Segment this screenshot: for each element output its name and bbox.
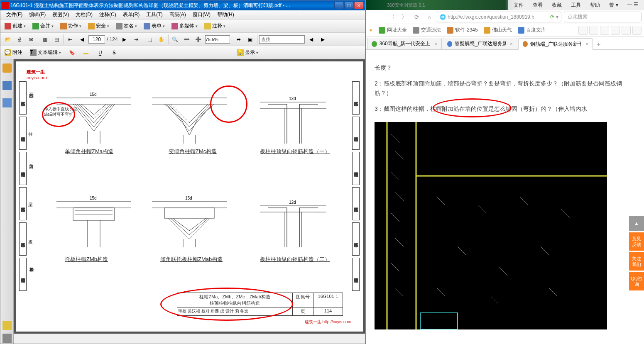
url-input[interactable]: 🌐 http://e.fwxgx.com/question_1880919.h … xyxy=(437,12,561,22)
ext-icon-5[interactable] xyxy=(622,26,631,35)
zoom-marquee-icon[interactable]: 🔍 xyxy=(170,34,180,44)
search-input[interactable] xyxy=(259,35,305,44)
ext-icon-3[interactable] xyxy=(600,26,609,35)
tab-0[interactable]: 360导航_新一代安全上网× xyxy=(367,38,442,49)
fav-item-3[interactable]: 佛山天气 xyxy=(484,27,512,34)
pages-icon[interactable] xyxy=(2,98,12,107)
fav-item-2[interactable]: 软件-2345 xyxy=(447,27,478,34)
menu-edit[interactable]: 编辑(E) xyxy=(26,10,49,19)
attach-note-button[interactable]: 💬附注 xyxy=(3,48,24,57)
ext-icon-2[interactable] xyxy=(589,26,598,35)
tab-close-0[interactable]: × xyxy=(434,41,437,47)
ext-icon-1[interactable] xyxy=(578,26,588,35)
ext-icon-4[interactable] xyxy=(611,26,620,35)
back-icon[interactable]: 〈 xyxy=(387,12,397,22)
form-button[interactable]: 表单▾ xyxy=(142,22,167,30)
search-next-icon[interactable]: ▶ xyxy=(318,34,328,44)
sign-button[interactable]: 签名▾ xyxy=(114,22,139,30)
br-settings-icon[interactable]: 曾 ▾ xyxy=(605,1,622,10)
search-prev-icon[interactable]: ◀ xyxy=(306,34,316,44)
menu-document[interactable]: 文档(D) xyxy=(72,10,96,19)
last-page-icon[interactable]: ⇥ xyxy=(131,34,141,44)
dropdown-icon[interactable]: ▾ xyxy=(556,14,558,20)
menu-tools[interactable]: 工具(T) xyxy=(143,10,166,19)
br-menu-fav[interactable]: 收藏 xyxy=(548,1,566,10)
merge-label: 合并 xyxy=(40,22,50,29)
tab-2[interactable]: 钢筋端_广联达服务新干线× xyxy=(518,38,593,50)
comment-button[interactable]: 注释▾ xyxy=(203,22,227,30)
fit-width-icon[interactable]: ⬌ xyxy=(234,34,244,44)
close-button[interactable]: ✕ xyxy=(354,2,363,9)
open-icon[interactable]: 📂 xyxy=(3,34,13,44)
svg-text:15d: 15d xyxy=(90,196,97,200)
tab-close-1[interactable]: × xyxy=(510,41,513,47)
home-icon[interactable]: ⌂ xyxy=(424,12,434,22)
hand-icon[interactable]: ✋ xyxy=(157,34,167,44)
fav-star-icon[interactable]: ✦ xyxy=(369,27,373,33)
fit-page-icon[interactable]: ▣ xyxy=(245,34,255,44)
fav-item-1[interactable]: 交通违法 xyxy=(413,27,441,34)
menu-file[interactable]: 文件(F) xyxy=(3,10,26,19)
reload-icon[interactable]: ⟳ xyxy=(412,12,422,22)
zoom-in-icon[interactable]: ➕ xyxy=(193,34,203,44)
tab-add-button[interactable]: + xyxy=(594,39,604,49)
highlight-icon[interactable]: ▬ xyxy=(81,48,91,58)
comment-panel-icon[interactable] xyxy=(2,321,12,330)
text-edit-button[interactable]: T文本编辑▾ xyxy=(28,48,63,57)
refresh-inline-icon[interactable]: ⟳ xyxy=(550,14,554,20)
fav-item-0[interactable]: 网址大全 xyxy=(379,27,407,34)
security-button[interactable]: 安全▾ xyxy=(86,22,111,30)
scroll-top-button[interactable]: ▲ xyxy=(629,216,644,231)
br-menu-file[interactable]: 文件 xyxy=(509,1,528,10)
tab-close-2[interactable]: × xyxy=(585,41,588,47)
menu-window[interactable]: 窗口(W) xyxy=(189,10,214,19)
maximize-button[interactable]: ☐ xyxy=(344,2,353,9)
zoom-out-icon[interactable]: ➖ xyxy=(182,34,192,44)
br-menu-view[interactable]: 查看 xyxy=(529,1,547,10)
merge-button[interactable]: 合并▾ xyxy=(31,22,55,30)
page-thumb-icon[interactable]: ▥ xyxy=(40,34,50,44)
bookmark-icon[interactable] xyxy=(2,81,12,90)
next-page-icon[interactable]: ▶ xyxy=(120,34,130,44)
br-menu-tools[interactable]: 工具 xyxy=(567,1,585,10)
menu-view[interactable]: 视图(V) xyxy=(49,10,72,19)
menu-form[interactable]: 表单(R) xyxy=(120,10,143,19)
stamp-icon[interactable]: 🔖 xyxy=(67,48,77,58)
ext-icon-6[interactable] xyxy=(632,26,642,35)
prev-page-icon[interactable]: ◀ xyxy=(77,34,87,44)
qq-button[interactable]: QQ咨询 xyxy=(629,272,644,290)
diagram-col2: 12d xyxy=(256,185,331,247)
media-button[interactable]: 多媒体▾ xyxy=(170,22,199,30)
fav-label-2: 软件-2345 xyxy=(455,27,478,34)
page-icon[interactable]: ▤ xyxy=(51,34,61,44)
attachment-panel-icon[interactable] xyxy=(2,334,12,343)
first-page-icon[interactable]: ⇤ xyxy=(65,34,75,44)
select-icon[interactable]: ⬚ xyxy=(145,34,155,44)
browser-menus: 文件 查看 收藏 工具 帮助 曾 ▾ — ☰ xyxy=(508,0,644,10)
br-menu-help[interactable]: 帮助 xyxy=(586,1,604,10)
br-hamburger-icon[interactable]: — ☰ xyxy=(623,1,642,10)
collab-button[interactable]: 协作▾ xyxy=(59,22,83,30)
show-button[interactable]: 💡显示▾ xyxy=(235,48,260,57)
page-number-input[interactable] xyxy=(88,35,105,44)
create-button[interactable]: 创建▾ xyxy=(3,22,27,30)
menu-advanced[interactable]: 高级(A) xyxy=(166,10,189,19)
strikeout-icon[interactable]: S̶ xyxy=(109,48,119,58)
forward-icon[interactable]: 〉 xyxy=(399,12,409,22)
underline-icon[interactable]: U̲ xyxy=(95,48,105,58)
search-input[interactable]: 点此搜索 xyxy=(564,12,642,22)
browser-window: 360安全浏览器 9.1 文件 查看 收藏 工具 帮助 曾 ▾ — ☰ e 〈 … xyxy=(365,0,644,344)
tab-1[interactable]: 答疑解惑_广联达服务新干× xyxy=(443,38,517,49)
fav-item-4[interactable]: 百度文库 xyxy=(518,27,546,34)
menu-comment[interactable]: 注释(C) xyxy=(96,10,120,19)
menu-help[interactable]: 帮助(H) xyxy=(214,10,238,19)
pdf-content[interactable]: 建筑一生 coyis.com 标准构造详图 标准构造详图 标准构造详图 标准构造… xyxy=(14,59,365,334)
minimize-button[interactable]: — xyxy=(334,2,343,9)
lock-icon[interactable] xyxy=(2,63,12,73)
follow-button[interactable]: 关注我们 xyxy=(629,252,644,271)
feedback-button[interactable]: 意见反馈 xyxy=(629,232,644,251)
zoom-select[interactable] xyxy=(205,35,230,44)
print-icon[interactable]: 🖨 xyxy=(15,34,24,44)
tb-setnum: 16G101-1 xyxy=(313,293,343,307)
email-icon[interactable]: ✉ xyxy=(26,34,36,44)
